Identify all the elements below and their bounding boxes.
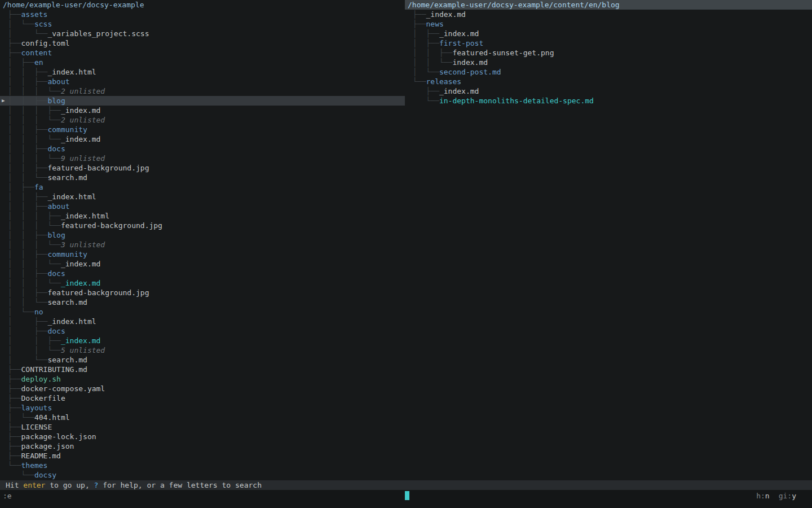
tree-row-directory[interactable]: │ └──scss xyxy=(0,19,405,29)
tree-branch-lines: │ │ └── xyxy=(8,345,61,355)
tree-row-directory[interactable]: │ ├──first-post xyxy=(405,38,812,48)
tree-row-directory[interactable]: │ ├──en xyxy=(0,58,405,67)
tree-row[interactable]: │ │ │ ├──_index.html xyxy=(0,211,405,221)
tree-branch-lines: │ │ ├── xyxy=(8,336,61,345)
tree-row-directory[interactable]: ├──layouts xyxy=(0,403,405,413)
flag-gi: gi:y xyxy=(779,492,796,500)
tree-row-directory[interactable]: │ │ ├──about xyxy=(0,202,405,211)
arrow-slot xyxy=(0,461,8,470)
tree-row[interactable]: │ │ │ └──featured-background.jpg xyxy=(0,221,405,230)
entry-name: blog xyxy=(47,230,65,240)
entry-name: about xyxy=(47,202,69,211)
tree-row[interactable]: │ │ ├──featured-sunset-get.png xyxy=(405,48,812,58)
tree-row[interactable]: │ │ │ └──_index.md xyxy=(0,278,405,288)
tree-branch-lines: ├── xyxy=(8,48,21,58)
tree-row[interactable]: ├──package.json xyxy=(0,441,405,451)
tree-branch-lines: │ │ ├── xyxy=(8,192,47,202)
arrow-slot xyxy=(0,202,8,211)
tree-row-directory[interactable]: │ │ ├──docs xyxy=(0,269,405,278)
tree-branch-lines: └── xyxy=(8,470,34,480)
tree-row[interactable]: │ │ ├──featured-background.jpg xyxy=(0,288,405,297)
arrow-slot xyxy=(0,58,8,67)
tree-row[interactable]: ├──docker-compose.yaml xyxy=(0,384,405,393)
entry-name: no xyxy=(34,307,43,317)
arrow-slot xyxy=(0,86,8,96)
tree-row-directory[interactable]: │ │ ├──community xyxy=(0,125,405,134)
arrow-slot xyxy=(0,336,8,345)
tree-row[interactable]: │ │ │ ├──_index.md xyxy=(0,106,405,115)
tree-row-directory[interactable]: └──releases xyxy=(405,77,812,86)
tree-row[interactable]: │ └──404.html xyxy=(0,413,405,422)
tree-row-directory[interactable]: │ ├──docs xyxy=(0,326,405,336)
tree-row[interactable]: │ │ └──search.md xyxy=(0,173,405,182)
tree-row[interactable]: │ │ │ └──_index.md xyxy=(0,134,405,144)
tree-branch-lines: └── xyxy=(8,461,21,470)
arrow-slot xyxy=(0,317,8,326)
tree-row-directory[interactable]: │ │ ├──docs xyxy=(0,144,405,154)
tree-branch-lines: │ │ │ └── xyxy=(8,154,61,163)
tree-row-directory[interactable]: │ │ ├──blog xyxy=(0,230,405,240)
right-panel-input[interactable]: h:ngi:y xyxy=(405,491,812,501)
tree-row-directory[interactable]: └──themes xyxy=(0,461,405,470)
entry-name: Dockerfile xyxy=(21,393,65,403)
tree-row-directory[interactable]: │ ├──fa xyxy=(0,182,405,192)
arrow-slot xyxy=(0,10,8,19)
tree-row[interactable]: ├──package-lock.json xyxy=(0,432,405,441)
tree-row-directory[interactable]: │ │ ├──community xyxy=(0,249,405,259)
entry-name: search.md xyxy=(47,355,87,365)
left-panel-input[interactable]: :e xyxy=(0,491,405,501)
selection-arrow-icon: ▶ xyxy=(0,96,8,106)
tree-row[interactable]: │ │ ├──featured-background.jpg xyxy=(0,163,405,173)
tree-row[interactable]: │ └──search.md xyxy=(0,355,405,365)
arrow-slot xyxy=(0,67,8,77)
broot-app: /home/example-user/docsy-example ├──asse… xyxy=(0,0,812,508)
entry-name: featured-sunset-get.png xyxy=(452,48,554,58)
tree-row[interactable]: │ │ ├──_index.html xyxy=(0,192,405,202)
tree-row[interactable]: ├──LICENSE xyxy=(0,422,405,432)
left-panel-tree: ├──assets│ └──scss│ └──_variables_projec… xyxy=(0,10,405,480)
tree-row-directory[interactable]: ├──news xyxy=(405,19,812,29)
tree-row[interactable]: └──in-depth-monoliths-detailed-spec.md xyxy=(405,96,812,106)
tree-row[interactable]: ├──README.md xyxy=(0,451,405,461)
tree-row[interactable]: ├──_index.md xyxy=(405,86,812,96)
tree-row[interactable]: ├──deploy.sh xyxy=(0,374,405,384)
tree-branch-lines: │ └── xyxy=(8,413,34,422)
status-bar: Hit enter to go up, ? for help, or a few… xyxy=(0,480,812,490)
left-panel-path-title: /home/example-user/docsy-example xyxy=(0,0,405,10)
tree-row[interactable]: │ └──_variables_project.scss xyxy=(0,29,405,38)
entry-name: blog xyxy=(47,96,65,106)
tree-row[interactable]: │ │ ├──_index.html xyxy=(0,67,405,77)
tree-branch-lines: │ ├── xyxy=(413,29,439,38)
tree-row-directory[interactable]: └──docsy xyxy=(0,470,405,480)
tree-row[interactable]: │ │ └──index.md xyxy=(405,58,812,67)
tree-row-directory[interactable]: │ │ ├──about xyxy=(0,77,405,86)
tree-row-directory[interactable]: │ └──no xyxy=(0,307,405,317)
entry-name: _index.html xyxy=(47,317,96,326)
tree-row-directory[interactable]: ▶│ │ ├──blog xyxy=(0,96,405,106)
tree-branch-lines: │ │ ├── xyxy=(413,48,452,58)
tree-row[interactable]: │ │ └──search.md xyxy=(0,297,405,307)
tree-row[interactable]: │ ├──_index.md xyxy=(405,29,812,38)
entry-name: 2 unlisted xyxy=(61,115,105,125)
tree-row[interactable]: │ │ │ └──_index.md xyxy=(0,259,405,269)
tree-branch-lines: │ ├── xyxy=(8,317,47,326)
entry-name: themes xyxy=(21,461,47,470)
entry-name: 5 unlisted xyxy=(61,345,105,355)
tree-branch-lines: │ │ ├── xyxy=(8,269,47,278)
input-bar: :e h:ngi:y xyxy=(0,490,812,508)
tree-row[interactable]: │ │ ├──_index.md xyxy=(0,336,405,345)
entry-name: 404.html xyxy=(34,413,70,422)
tree-row-directory[interactable]: ├──content xyxy=(0,48,405,58)
entry-name: _index.md xyxy=(439,29,479,38)
tree-row[interactable]: │ └──second-post.md xyxy=(405,67,812,77)
tree-row[interactable]: ├──CONTRIBUTING.md xyxy=(0,365,405,374)
text-cursor xyxy=(405,491,409,500)
entry-name: 9 unlisted xyxy=(61,154,105,163)
entry-name: layouts xyxy=(21,403,52,413)
tree-row[interactable]: ├──Dockerfile xyxy=(0,393,405,403)
tree-row-directory[interactable]: ├──assets xyxy=(0,10,405,19)
tree-row[interactable]: ├──_index.md xyxy=(405,10,812,19)
tree-branch-lines: └── xyxy=(413,77,426,86)
tree-row[interactable]: ├──config.toml xyxy=(0,38,405,48)
tree-row[interactable]: │ ├──_index.html xyxy=(0,317,405,326)
